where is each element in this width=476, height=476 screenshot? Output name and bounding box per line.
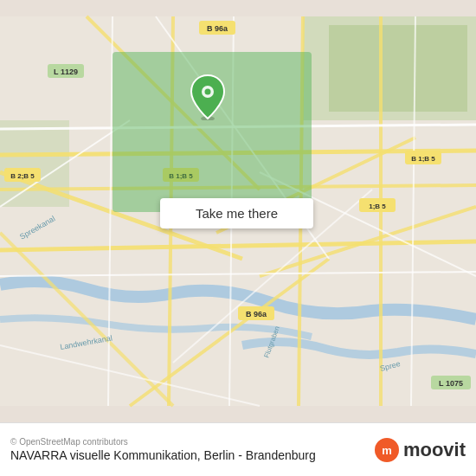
moovit-logo: m moovit bbox=[374, 437, 466, 463]
svg-rect-3 bbox=[329, 25, 467, 112]
svg-text:B 2;B 5: B 2;B 5 bbox=[10, 172, 35, 180]
location-name-text: NAVARRA visuelle Kommunikation, Berlin -… bbox=[10, 448, 316, 462]
bottom-bar: © OpenStreetMap contributors NAVARRA vis… bbox=[0, 422, 476, 476]
location-pin bbox=[189, 74, 227, 120]
svg-point-49 bbox=[205, 89, 211, 95]
moovit-text: moovit bbox=[403, 439, 466, 461]
bottom-left-info: © OpenStreetMap contributors NAVARRA vis… bbox=[10, 437, 316, 462]
attribution-text: © OpenStreetMap contributors bbox=[10, 437, 316, 447]
svg-text:L 1075: L 1075 bbox=[439, 379, 463, 388]
svg-text:B 1;B 5: B 1;B 5 bbox=[411, 155, 435, 163]
map-container: B 96a L 1129 B 2;B 5 B 1;B 5 1;B 5 B 96a… bbox=[0, 0, 476, 422]
svg-text:1;B 5: 1;B 5 bbox=[369, 203, 386, 210]
svg-text:m: m bbox=[382, 444, 392, 457]
svg-text:B 96a: B 96a bbox=[246, 310, 267, 318]
svg-text:B 96a: B 96a bbox=[207, 24, 228, 33]
app: B 96a L 1129 B 2;B 5 B 1;B 5 1;B 5 B 96a… bbox=[0, 0, 476, 476]
svg-text:L 1129: L 1129 bbox=[54, 68, 78, 76]
take-me-there-button[interactable]: Take me there bbox=[160, 198, 313, 228]
moovit-icon: m bbox=[374, 437, 400, 463]
location-pin-icon bbox=[189, 74, 227, 120]
